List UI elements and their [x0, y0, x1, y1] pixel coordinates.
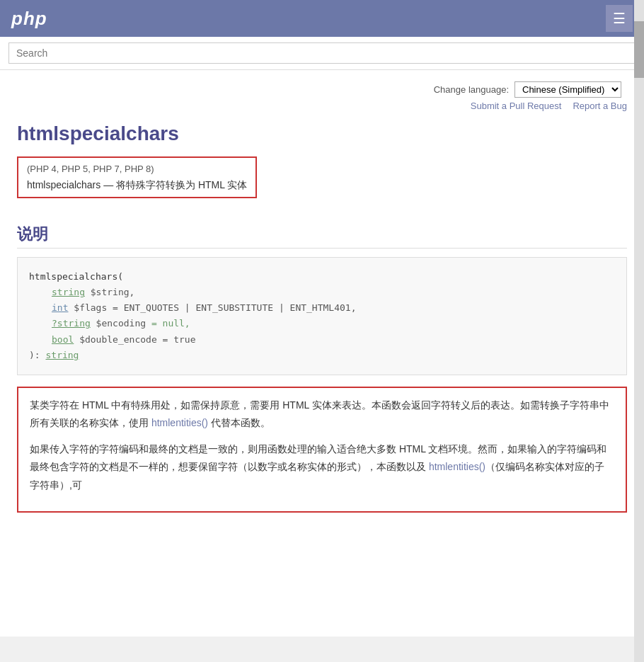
param1-name: $string, — [85, 287, 134, 297]
htmlentities-link-2[interactable]: htmlentities() — [429, 461, 485, 472]
return-type[interactable]: string — [45, 350, 79, 360]
param2-type[interactable]: int — [52, 302, 68, 313]
code-line-param2: int $flags = ENT_QUOTES | ENT_SUBSTITUTE… — [52, 300, 615, 316]
param4-type[interactable]: bool — [52, 334, 74, 345]
language-bar: Change language: Chinese (Simplified) En… — [17, 81, 627, 98]
function-description-line: htmlspecialchars — 将特殊字符转换为 HTML 实体 — [27, 177, 247, 193]
fn-name: htmlspecialchars( — [29, 271, 123, 282]
header: php ☰ — [0, 0, 644, 37]
search-input[interactable] — [8, 42, 636, 64]
param3-type[interactable]: ?string — [52, 318, 91, 329]
main-content: Change language: Chinese (Simplified) En… — [0, 70, 644, 637]
code-block: htmlspecialchars( string $string, int $f… — [17, 257, 627, 375]
param4-name: $double_encode — [74, 334, 156, 345]
param2-name: $flags — [68, 302, 107, 313]
change-language-label: Change language: — [434, 84, 509, 95]
htmlentities-link-1[interactable]: htmlentities() — [151, 417, 208, 428]
code-line-param3: ?string $encoding = null, — [52, 316, 615, 331]
links-bar: Submit a Pull Request Report a Bug — [17, 101, 627, 111]
description-box: 某类字符在 HTML 中有特殊用处，如需保持原意，需要用 HTML 实体来表达。… — [17, 387, 627, 513]
version-box: (PHP 4, PHP 5, PHP 7, PHP 8) htmlspecial… — [17, 156, 257, 198]
code-line-param1: string $string, — [52, 285, 615, 300]
desc-paragraph-1: 某类字符在 HTML 中有特殊用处，如需保持原意，需要用 HTML 实体来表达。… — [30, 396, 614, 432]
code-line-param4: bool $double_encode = true — [52, 332, 615, 348]
scrollbar[interactable] — [634, 0, 644, 637]
search-bar — [0, 37, 644, 70]
return-prefix: ): — [29, 350, 45, 360]
php-logo: php — [11, 8, 47, 30]
param2-default: = ENT_QUOTES | ENT_SUBSTITUTE | ENT_HTML… — [107, 302, 356, 313]
description-section-heading: 说明 — [17, 224, 627, 249]
param3-name: $encoding — [91, 318, 146, 329]
param4-default: = true — [157, 334, 196, 345]
desc-paragraph-2: 如果传入字符的字符编码和最终的文档是一致的，则用函数处理的输入适合绝大多数 HT… — [30, 440, 614, 494]
language-select[interactable]: Chinese (Simplified) English Japanese Ge… — [514, 81, 621, 98]
param1-type[interactable]: string — [52, 287, 85, 297]
hamburger-button[interactable]: ☰ — [606, 5, 633, 32]
code-line-fn: htmlspecialchars( — [29, 269, 615, 285]
submit-pr-link[interactable]: Submit a Pull Request — [471, 101, 562, 111]
param3-default: = null, — [146, 318, 190, 329]
scrollbar-thumb[interactable] — [634, 21, 644, 78]
version-line: (PHP 4, PHP 5, PHP 7, PHP 8) — [27, 162, 247, 177]
code-line-return: ): string — [29, 348, 615, 363]
report-bug-link[interactable]: Report a Bug — [573, 101, 627, 111]
page-title: htmlspecialchars — [17, 122, 627, 145]
